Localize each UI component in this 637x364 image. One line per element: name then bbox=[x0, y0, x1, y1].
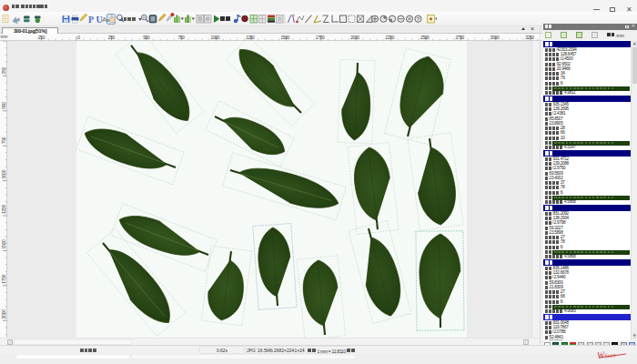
svg-text:250: 250 bbox=[108, 35, 116, 40]
svg-text:1000: 1000 bbox=[211, 35, 220, 40]
svg-text:1750: 1750 bbox=[316, 35, 325, 40]
svg-text:1750: 1750 bbox=[1, 274, 6, 283]
svg-text:1250: 1250 bbox=[1, 205, 6, 214]
svg-text:3250: 3250 bbox=[525, 35, 534, 40]
svg-text:500: 500 bbox=[1, 102, 6, 109]
svg-text:3000: 3000 bbox=[490, 35, 500, 40]
svg-text:P: P bbox=[88, 15, 94, 25]
svg-text:2750: 2750 bbox=[455, 35, 464, 40]
svg-text:2250: 2250 bbox=[386, 35, 395, 40]
svg-text:2500: 2500 bbox=[420, 35, 430, 40]
svg-text:1250: 1250 bbox=[246, 35, 255, 40]
svg-text:1500: 1500 bbox=[1, 239, 6, 248]
svg-text:500: 500 bbox=[143, 35, 150, 40]
svg-text:-250: -250 bbox=[37, 35, 46, 40]
svg-text:2000: 2000 bbox=[1, 309, 6, 318]
svg-text:250: 250 bbox=[1, 66, 6, 74]
svg-text:2000: 2000 bbox=[350, 35, 359, 40]
svg-text:1500: 1500 bbox=[280, 35, 289, 40]
svg-text:1000: 1000 bbox=[1, 169, 6, 178]
svg-text:750: 750 bbox=[178, 35, 186, 40]
svg-text:750: 750 bbox=[1, 136, 6, 144]
